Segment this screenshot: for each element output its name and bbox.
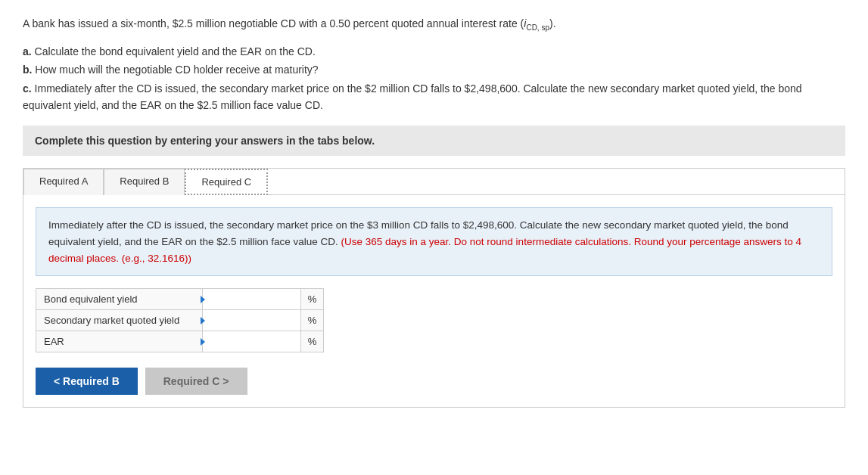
bond-equivalent-yield-input[interactable] [203, 290, 300, 309]
tab-required-a[interactable]: Required A [23, 169, 104, 195]
label-ear: EAR [36, 331, 203, 352]
back-button-label: < Required B [54, 375, 120, 387]
unit-bond-yield: % [301, 289, 324, 310]
table-row-bond-yield: Bond equivalent yield % [36, 289, 324, 310]
unit-secondary-yield: % [301, 310, 324, 331]
tabs-container: Required A Required B Required C Immedia… [23, 168, 845, 408]
intro-paragraph: A bank has issued a six-month, $2.5 mill… [23, 15, 845, 34]
label-bond-equivalent-yield: Bond equivalent yield [36, 289, 203, 310]
tabs-row: Required A Required B Required C [23, 169, 845, 195]
ear-input[interactable] [203, 332, 300, 351]
arrow-icon-bond-yield [201, 296, 205, 303]
intro-main-text: A bank has issued a six-month, $2.5 mill… [23, 17, 524, 29]
tab-required-b-label: Required B [120, 175, 169, 187]
tab-content-required-c: Immediately after the CD is issued, the … [23, 195, 845, 407]
forward-button-label: Required C > [163, 375, 229, 387]
input-cell-bond-yield[interactable] [203, 289, 301, 310]
instruction-text: Complete this question by entering your … [35, 135, 375, 147]
input-cell-secondary-yield[interactable] [203, 310, 301, 331]
table-row-ear: EAR % [36, 331, 324, 352]
question-c: c. Immediately after the CD is issued, t… [23, 80, 845, 114]
tab-required-a-label: Required A [39, 175, 88, 187]
answer-table: Bond equivalent yield % Secondary market… [36, 288, 324, 352]
instruction-box: Complete this question by entering your … [23, 126, 845, 156]
tab-required-c-label: Required C [201, 176, 251, 188]
info-box: Immediately after the CD is issued, the … [36, 207, 832, 276]
label-secondary-market-yield: Secondary market quoted yield [36, 310, 203, 331]
forward-required-c-button[interactable]: Required C > [145, 368, 247, 395]
secondary-market-yield-input[interactable] [203, 311, 300, 330]
nav-buttons: < Required B Required C > [36, 368, 832, 395]
unit-ear: % [301, 331, 324, 352]
tab-required-c[interactable]: Required C [185, 169, 268, 195]
arrow-icon-secondary-yield [201, 317, 205, 324]
back-required-b-button[interactable]: < Required B [36, 368, 138, 395]
arrow-icon-ear [201, 338, 205, 346]
question-a: a. Calculate the bond equivalent yield a… [23, 43, 845, 60]
question-b: b. How much will the negotiable CD holde… [23, 61, 845, 78]
input-cell-ear[interactable] [203, 331, 301, 352]
table-row-secondary-yield: Secondary market quoted yield % [36, 310, 324, 331]
tab-required-b[interactable]: Required B [104, 169, 185, 195]
question-list: a. Calculate the bond equivalent yield a… [23, 43, 845, 114]
